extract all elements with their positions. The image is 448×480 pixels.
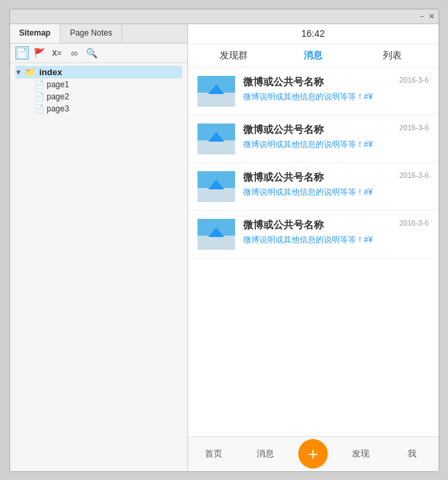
feed-item[interactable]: 微博或公共号名称 2016-3-6 微博说明或其他信息的说明等等！#¥ bbox=[188, 115, 439, 163]
feed-header: 微博或公共号名称 2016-3-6 bbox=[243, 171, 429, 184]
feed-thumbnail bbox=[197, 171, 235, 202]
feed-content: 微博或公共号名称 2016-3-6 微博说明或其他信息的说明等等！#¥ bbox=[243, 219, 429, 246]
toolbar: 📄 🚩 X= ∞ 🔍 bbox=[10, 44, 187, 63]
feed-date: 2016-3-6 bbox=[399, 76, 429, 84]
tree-item-page2[interactable]: 📄 page2 bbox=[34, 91, 182, 103]
feed-desc: 微博说明或其他信息的说明等等！#¥ bbox=[243, 91, 429, 103]
feed-header: 微博或公共号名称 2016-3-6 bbox=[243, 124, 429, 136]
page-icon: 📄 bbox=[34, 80, 44, 89]
thumb-mountain-icon bbox=[208, 85, 224, 94]
tab-sitemap[interactable]: Sitemap bbox=[10, 24, 61, 43]
nav-messages[interactable]: 消息 bbox=[240, 444, 292, 464]
tree-root-label: index bbox=[40, 67, 62, 77]
flag-icon[interactable]: 🚩 bbox=[33, 46, 46, 60]
feed-item[interactable]: 微博或公共号名称 2016-3-6 微博说明或其他信息的说明等等！#¥ bbox=[188, 68, 439, 115]
feed-desc: 微博说明或其他信息的说明等等！#¥ bbox=[243, 234, 429, 246]
feed-name: 微博或公共号名称 bbox=[243, 124, 324, 136]
feed-desc: 微博说明或其他信息的说明等等！#¥ bbox=[243, 139, 429, 150]
tree-children: 📄 page1 📄 page2 📄 page3 bbox=[15, 79, 182, 115]
close-button[interactable]: ✕ bbox=[429, 12, 435, 21]
thumb-mountain-icon bbox=[208, 228, 224, 237]
feed-header: 微博或公共号名称 2016-3-6 bbox=[243, 76, 429, 89]
nav-discover[interactable]: 发现 bbox=[334, 444, 386, 464]
page1-label: page1 bbox=[47, 80, 69, 89]
feed-date: 2016-3-6 bbox=[399, 171, 429, 179]
status-bar: 16:42 bbox=[188, 24, 439, 44]
tab-discover-group[interactable]: 发现群 bbox=[195, 48, 274, 63]
tree-root-item[interactable]: ▼ 📁 index bbox=[15, 66, 182, 79]
thumb-ground bbox=[197, 188, 235, 202]
left-panel: Sitemap Page Notes 📄 🚩 X= ∞ 🔍 ▼ 📁 index bbox=[10, 24, 188, 471]
time-display: 16:42 bbox=[301, 28, 324, 39]
tree-item-page1[interactable]: 📄 page1 bbox=[34, 79, 182, 91]
title-bar: − ✕ bbox=[10, 9, 439, 24]
tab-bar: Sitemap Page Notes bbox=[10, 24, 187, 44]
infinity-icon[interactable]: ∞ bbox=[68, 46, 81, 60]
nav-home[interactable]: 首页 bbox=[188, 444, 240, 464]
tab-page-notes[interactable]: Page Notes bbox=[60, 24, 122, 43]
tab-messages[interactable]: 消息 bbox=[273, 48, 353, 63]
thumb-mountain-icon bbox=[208, 132, 224, 142]
feed-item[interactable]: 微博或公共号名称 2016-3-6 微博说明或其他信息的说明等等！#¥ bbox=[188, 163, 439, 211]
tree-item-page3[interactable]: 📄 page3 bbox=[34, 103, 182, 115]
nav-add-button[interactable]: + bbox=[298, 439, 328, 469]
feed-name: 微博或公共号名称 bbox=[243, 171, 324, 184]
feed-date: 2016-3-6 bbox=[399, 219, 429, 227]
page-icon: 📄 bbox=[34, 92, 44, 101]
bottom-nav: 首页 消息 + 发现 我 bbox=[188, 436, 439, 471]
folder-icon: 📁 bbox=[25, 67, 37, 77]
tab-list[interactable]: 列表 bbox=[353, 48, 432, 63]
feed-name: 微博或公共号名称 bbox=[243, 76, 324, 89]
right-panel: 16:42 发现群 消息 列表 微博或公共号名称 bbox=[188, 24, 439, 471]
feed-content: 微博或公共号名称 2016-3-6 微博说明或其他信息的说明等等！#¥ bbox=[243, 124, 429, 150]
thumb-ground bbox=[197, 236, 235, 250]
search-icon[interactable]: 🔍 bbox=[85, 46, 99, 60]
nav-me[interactable]: 我 bbox=[386, 444, 438, 464]
feed-thumbnail bbox=[197, 124, 235, 154]
feed-date: 2016-3-6 bbox=[399, 124, 429, 132]
page-icon: 📄 bbox=[34, 104, 44, 113]
minimize-button[interactable]: − bbox=[420, 12, 424, 20]
variable-icon[interactable]: X= bbox=[50, 46, 64, 60]
document-icon[interactable]: 📄 bbox=[15, 46, 29, 60]
content-area: Sitemap Page Notes 📄 🚩 X= ∞ 🔍 ▼ 📁 index bbox=[10, 24, 439, 471]
thumb-ground bbox=[197, 140, 235, 154]
site-tree: ▼ 📁 index 📄 page1 📄 page2 📄 pag bbox=[10, 63, 187, 471]
feed-list: 微博或公共号名称 2016-3-6 微博说明或其他信息的说明等等！#¥ bbox=[188, 68, 439, 436]
feed-thumbnail bbox=[197, 219, 235, 250]
page2-label: page2 bbox=[47, 92, 69, 101]
feed-content: 微博或公共号名称 2016-3-6 微博说明或其他信息的说明等等！#¥ bbox=[243, 171, 429, 198]
nav-tabs: 发现群 消息 列表 bbox=[188, 44, 439, 68]
feed-item[interactable]: 微博或公共号名称 2016-3-6 微博说明或其他信息的说明等等！#¥ bbox=[188, 211, 439, 258]
thumb-ground bbox=[197, 93, 235, 107]
thumb-mountain-icon bbox=[208, 180, 224, 189]
feed-content: 微博或公共号名称 2016-3-6 微博说明或其他信息的说明等等！#¥ bbox=[243, 76, 429, 103]
feed-name: 微博或公共号名称 bbox=[243, 219, 324, 232]
feed-desc: 微博说明或其他信息的说明等等！#¥ bbox=[243, 187, 429, 198]
feed-thumbnail bbox=[197, 76, 235, 107]
app-window: − ✕ Sitemap Page Notes 📄 🚩 X= ∞ 🔍 ▼ 📁 in… bbox=[9, 9, 439, 472]
page3-label: page3 bbox=[47, 104, 69, 113]
tree-arrow-icon: ▼ bbox=[15, 68, 25, 76]
feed-header: 微博或公共号名称 2016-3-6 bbox=[243, 219, 429, 232]
